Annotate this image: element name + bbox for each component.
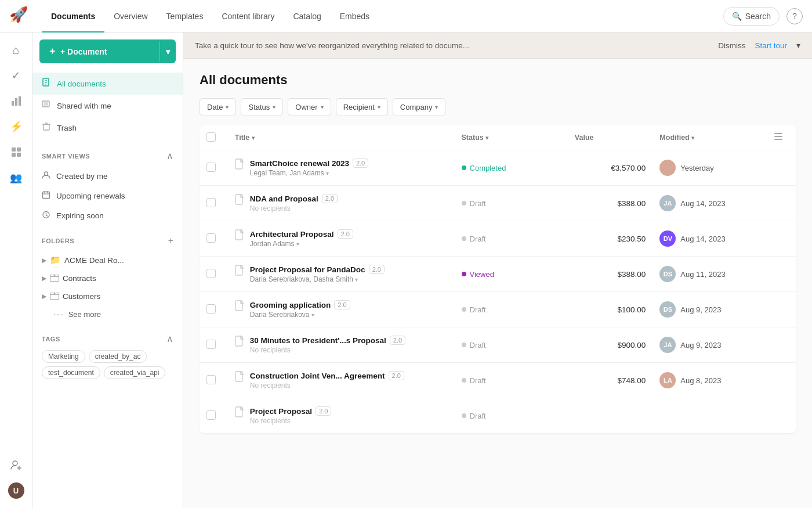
tab-documents[interactable]: Documents (42, 1, 104, 33)
icon-bar-item-check[interactable]: ✓ (6, 65, 27, 86)
status-text: Viewed (470, 270, 494, 279)
filter-date[interactable]: Date ▾ (200, 98, 236, 116)
doc-subtitle: Jordan Adams ▾ (250, 240, 353, 248)
smart-views-collapse[interactable]: ∧ (166, 150, 173, 161)
icon-bar-item-table[interactable] (6, 142, 27, 163)
doc-title-info: Construction Joint Ven... Agreement 2.0 … (250, 371, 404, 390)
see-more-item[interactable]: ··· See more (32, 305, 183, 323)
row-checkbox[interactable] (206, 375, 216, 384)
th-modified[interactable]: Modified ▾ (652, 125, 766, 150)
header-checkbox[interactable] (206, 132, 216, 142)
filter-recipient[interactable]: Recipient ▾ (336, 98, 388, 116)
doc-name[interactable]: Project Proposal (250, 407, 312, 416)
doc-title-cell: Project Proposal for PandaDoc 2.0 Daria … (235, 265, 448, 283)
doc-subtitle: Daria Serebriakova ▾ (250, 311, 350, 319)
doc-file-icon (235, 336, 245, 350)
sidebar-item-shared-with-me[interactable]: Shared with me (32, 95, 183, 117)
svg-rect-5 (12, 153, 16, 157)
icon-bar-item-chart[interactable] (6, 91, 27, 111)
icon-bar-item-people[interactable]: 👥 (6, 167, 27, 188)
sidebar-item-trash[interactable]: Trash (32, 117, 183, 139)
tab-templates[interactable]: Templates (157, 1, 213, 33)
new-document-button[interactable]: ＋ + Document ▾ (39, 39, 176, 63)
filter-owner[interactable]: Owner ▾ (288, 98, 331, 116)
table-row[interactable]: Grooming application 2.0 Daria Serebriak… (200, 292, 796, 327)
row-checkbox[interactable] (206, 340, 216, 349)
tag-marketing[interactable]: Marketing (42, 350, 85, 363)
doc-file-icon (235, 229, 245, 244)
table-row[interactable]: Architectural Proposal 2.0 Jordan Adams … (200, 221, 796, 257)
doc-name[interactable]: SmartChoice renewal 2023 (250, 159, 349, 168)
dismiss-button[interactable]: Dismiss (718, 41, 745, 50)
start-tour-button[interactable]: Start tour (755, 41, 787, 50)
doc-version-badge: 2.0 (353, 158, 368, 168)
folder-item-customers[interactable]: ▶ Customers (32, 287, 183, 305)
doc-title-info: SmartChoice renewal 2023 2.0 Legal Team,… (250, 158, 368, 177)
doc-title-row: Project Proposal for PandaDoc 2.0 (250, 265, 385, 274)
search-button[interactable]: 🔍 Search (723, 7, 780, 26)
doc-title-info: 30 Minutes to President'...s Proposal 2.… (250, 336, 405, 354)
tab-content-library[interactable]: Content library (212, 1, 284, 33)
tag-test-document[interactable]: test_document (42, 366, 100, 379)
filter-status[interactable]: Status ▾ (241, 98, 283, 116)
table-row[interactable]: 30 Minutes to President'...s Proposal 2.… (200, 327, 796, 363)
folder-chevron-customers: ▶ (42, 293, 46, 300)
row-checkbox[interactable] (206, 304, 216, 314)
status-badge: Draft (462, 376, 561, 385)
tags-collapse[interactable]: ∧ (166, 333, 173, 344)
folder-item-acme[interactable]: ▶ 📁 ACME Deal Ro... (32, 251, 183, 269)
tab-catalog[interactable]: Catalog (284, 1, 330, 33)
doc-name[interactable]: Project Proposal for PandaDoc (250, 265, 365, 274)
smart-view-created-by-me[interactable]: Created by me (32, 166, 183, 186)
help-button[interactable]: ? (786, 8, 803, 24)
add-folder-button[interactable]: + (168, 236, 173, 246)
value-cell: $230.50 (575, 235, 646, 243)
filter-company[interactable]: Company ▾ (393, 98, 446, 116)
table-row[interactable]: SmartChoice renewal 2023 2.0 Legal Team,… (200, 150, 796, 186)
doc-file-icon (235, 194, 245, 208)
row-checkbox[interactable] (206, 410, 216, 420)
smart-view-expiring-soon[interactable]: Expiring soon (32, 206, 183, 225)
smart-view-upcoming-renewals[interactable]: Upcoming renewals (32, 186, 183, 206)
doc-name[interactable]: Construction Joint Ven... Agreement (250, 372, 385, 380)
table-row[interactable]: NDA and Proposal 2.0 No recipients Draft… (200, 186, 796, 221)
th-title[interactable]: Title ▾ (228, 125, 455, 150)
icon-bar-item-add-user[interactable] (6, 455, 27, 475)
tab-embeds[interactable]: Embeds (331, 1, 379, 33)
value-cell: $900.00 (575, 341, 646, 350)
status-text: Draft (470, 305, 486, 314)
doc-name[interactable]: Grooming application (250, 301, 331, 309)
table-row[interactable]: Project Proposal 2.0 No recipients Draft (200, 398, 796, 434)
tab-overview[interactable]: Overview (104, 1, 157, 33)
folder-item-contracts[interactable]: ▶ Contracts (32, 269, 183, 287)
new-doc-main[interactable]: ＋ + Document (39, 39, 160, 63)
icon-bar-item-lightning[interactable]: ⚡ (6, 116, 27, 137)
sidebar-item-all-documents[interactable]: All documents (32, 73, 183, 95)
doc-file-icon (235, 406, 245, 421)
th-settings[interactable] (766, 125, 796, 150)
smart-views-section: SMART VIEWS ∧ (32, 146, 183, 166)
row-checkbox[interactable] (206, 163, 216, 172)
icon-bar-item-user[interactable]: U (6, 480, 27, 501)
doc-name[interactable]: 30 Minutes to President'...s Proposal (250, 336, 386, 345)
row-checkbox[interactable] (206, 198, 216, 207)
status-dot (462, 272, 466, 276)
modified-text: Aug 14, 2023 (680, 199, 725, 208)
new-doc-arrow[interactable]: ▾ (160, 41, 176, 62)
table-row[interactable]: Project Proposal for PandaDoc 2.0 Daria … (200, 257, 796, 292)
row-checkbox[interactable] (206, 269, 216, 278)
tag-created-by-ac[interactable]: created_by_ac (89, 350, 147, 363)
banner-chevron-icon[interactable]: ▾ (796, 41, 800, 50)
table-row[interactable]: Construction Joint Ven... Agreement 2.0 … (200, 363, 796, 398)
tag-created-via-api[interactable]: created_via_api (104, 366, 166, 379)
th-status[interactable]: Status ▾ (455, 125, 568, 150)
status-badge: Draft (462, 235, 561, 243)
th-checkbox (200, 125, 228, 150)
doc-name[interactable]: NDA and Proposal (250, 194, 318, 203)
doc-name[interactable]: Architectural Proposal (250, 230, 334, 239)
row-checkbox[interactable] (206, 233, 216, 243)
doc-title-row: Construction Joint Ven... Agreement 2.0 (250, 371, 404, 380)
icon-bar-item-home[interactable]: ⌂ (6, 39, 27, 60)
table-settings-button[interactable] (773, 131, 784, 144)
search-icon: 🔍 (732, 12, 742, 21)
